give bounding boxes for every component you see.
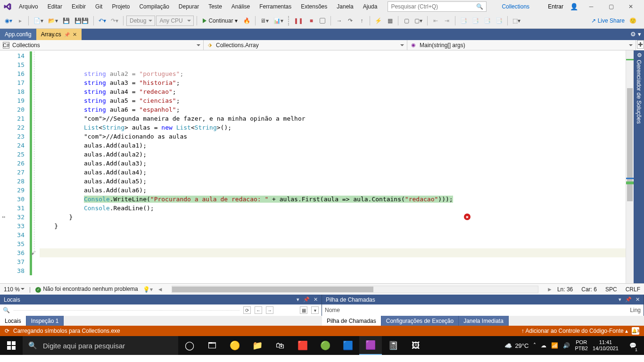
- hot-reload-button[interactable]: 🔥: [241, 16, 252, 26]
- search-input[interactable]: Pesquisar (Ctrl+Q) 🔍: [388, 1, 487, 12]
- nav-project-dropdown[interactable]: C# Collections: [0, 40, 204, 50]
- open-button[interactable]: 📂▾: [46, 16, 60, 26]
- feedback-button[interactable]: 🙂: [627, 16, 638, 26]
- solution-name[interactable]: Collections: [497, 1, 534, 12]
- menu-exibir[interactable]: Exibir: [67, 1, 91, 12]
- problems-text[interactable]: Não foi encontrado nenhum problema: [43, 286, 138, 292]
- menu-janela[interactable]: Janela: [332, 1, 358, 12]
- taskbar-icon[interactable]: 🗔: [201, 336, 223, 355]
- menu-teste[interactable]: Teste: [204, 1, 227, 12]
- misc-btn-4[interactable]: ▢▾: [413, 16, 424, 26]
- weather-widget[interactable]: ☁️ 29°C: [504, 342, 528, 349]
- source-control-link[interactable]: ↑ Adicionar ao Controle do Código-Fonte …: [521, 328, 628, 334]
- indent-mode[interactable]: SPC: [605, 286, 617, 293]
- misc-btn-2[interactable]: ▦: [385, 16, 395, 26]
- menu-análise[interactable]: Análise: [227, 1, 255, 12]
- user-icon[interactable]: 👤: [570, 3, 578, 10]
- panel-tab[interactable]: Locais: [0, 316, 26, 326]
- app-icon-1[interactable]: 📓: [382, 336, 405, 355]
- eol-mode[interactable]: CRLF: [626, 286, 640, 293]
- menu-arquivo[interactable]: Arquivo: [14, 1, 43, 12]
- close-button[interactable]: ✕: [624, 1, 637, 12]
- new-project-button[interactable]: 📄▾: [32, 16, 45, 26]
- panel-pin-icon[interactable]: 📌: [303, 296, 310, 303]
- clock[interactable]: 11:4114/10/2021: [593, 339, 619, 352]
- nav-fwd-button[interactable]: ▸: [15, 16, 25, 26]
- indent-button[interactable]: ⇥: [442, 16, 452, 26]
- notifications-badge[interactable]: 🔔3: [632, 327, 639, 335]
- vs-taskbar-icon[interactable]: 🟪: [359, 336, 382, 355]
- panel-tab[interactable]: Configurações de Exceção: [381, 316, 459, 326]
- bookmark-btn-3[interactable]: 📑: [482, 16, 493, 26]
- pin-icon[interactable]: 📌: [64, 32, 70, 37]
- panel-tab[interactable]: Janela Imediata: [459, 316, 509, 326]
- restart-button[interactable]: [317, 16, 328, 26]
- browser-link-button[interactable]: 🖥▾: [258, 16, 271, 26]
- onedrive-icon[interactable]: ☁: [541, 342, 546, 349]
- menu-ajuda[interactable]: Ajuda: [358, 1, 382, 12]
- store-icon[interactable]: 🛍: [269, 336, 291, 355]
- undo-button[interactable]: ↶▾: [97, 16, 108, 26]
- tab-options-icon[interactable]: ⚙ ▾: [630, 31, 641, 38]
- menu-ferramentas[interactable]: Ferramentas: [255, 1, 296, 12]
- panel-btn-1[interactable]: ⟳: [243, 306, 251, 314]
- pause-button[interactable]: ❚❚: [292, 16, 305, 26]
- menu-projeto[interactable]: Projeto: [107, 1, 134, 12]
- platform-dropdown[interactable]: Any CPU: [156, 16, 194, 26]
- redo-button[interactable]: ↷▾: [109, 16, 120, 26]
- lightbulb-icon[interactable]: 💡▾: [143, 286, 153, 293]
- wifi-icon[interactable]: 📶: [551, 342, 558, 349]
- word-icon[interactable]: 🟦: [337, 336, 359, 355]
- nav-member-dropdown[interactable]: ◉ Main(string[] args): [407, 40, 636, 50]
- signin-link[interactable]: Entrar: [548, 3, 563, 10]
- continue-button[interactable]: Continuar ▾: [200, 16, 240, 26]
- menu-editar[interactable]: Editar: [43, 1, 67, 12]
- tab-app-config[interactable]: App.config: [0, 29, 36, 40]
- panel-dropdown-icon[interactable]: ▾: [619, 296, 621, 303]
- nav-back-button[interactable]: ◉▾: [3, 16, 14, 26]
- stop-button[interactable]: ■: [306, 16, 316, 26]
- solution-explorer-tool[interactable]: ⚙ Gerenciador de Soluções: [634, 50, 644, 283]
- panel-tab[interactable]: Inspeção 1: [26, 316, 64, 326]
- nav-class-dropdown[interactable]: ⬗ Collections.Array: [204, 40, 407, 50]
- action-center-icon[interactable]: 💬1: [623, 336, 642, 355]
- panel-tab[interactable]: Pilha de Chamadas: [322, 316, 381, 326]
- bookmark-btn-1[interactable]: 📑: [458, 16, 469, 26]
- maximize-button[interactable]: ▢: [604, 1, 618, 12]
- panel-btn-3[interactable]: →: [266, 306, 273, 314]
- zoom-dropdown[interactable]: 110 %: [4, 286, 25, 293]
- save-button[interactable]: 💾: [61, 16, 72, 26]
- tab-array-cs[interactable]: Array.cs 📌 ✕: [36, 29, 82, 40]
- panel-close-icon[interactable]: ✕: [314, 296, 318, 303]
- misc-btn-1[interactable]: ⚡: [373, 16, 384, 26]
- bookmark-btn-4[interactable]: 📑: [494, 16, 504, 26]
- tray-chevron-icon[interactable]: ˄: [533, 342, 536, 349]
- office-icon[interactable]: 🟥: [291, 336, 314, 355]
- code-editor[interactable]: 1415161718192021222324252627282930313233…: [0, 50, 634, 283]
- misc-btn-3[interactable]: ▢: [401, 16, 412, 26]
- volume-icon[interactable]: 🔊: [563, 342, 570, 349]
- taskbar-search[interactable]: 🔍 Digite aqui para pesquisar: [23, 336, 178, 355]
- config-dropdown[interactable]: Debug: [126, 16, 155, 26]
- start-button[interactable]: [0, 336, 23, 355]
- app-insights-button[interactable]: 📊▾: [272, 16, 285, 26]
- menu-compilação[interactable]: Compilação: [134, 1, 173, 12]
- split-editor-button[interactable]: ✚: [637, 40, 644, 49]
- panel-btn-4[interactable]: ▦: [300, 306, 307, 314]
- language-indicator[interactable]: PORPTB2: [575, 339, 588, 352]
- tab-close-icon[interactable]: ✕: [73, 32, 77, 38]
- step-into-button[interactable]: →: [334, 16, 344, 26]
- panel-btn-2[interactable]: ←: [255, 306, 262, 314]
- panel-btn-5[interactable]: ▾: [311, 306, 319, 314]
- vertical-scrollbar[interactable]: [626, 50, 634, 283]
- gear-icon[interactable]: ⚙: [637, 52, 642, 58]
- outdent-button[interactable]: ⇤: [430, 16, 441, 26]
- panel-pin-icon[interactable]: 📌: [625, 296, 632, 303]
- task-view-icon[interactable]: ◯: [178, 336, 201, 355]
- menu-git[interactable]: Git: [91, 1, 107, 12]
- panel-dropdown-icon[interactable]: ▾: [297, 296, 299, 303]
- spotify-icon[interactable]: 🟢: [314, 336, 337, 355]
- step-over-button[interactable]: ↷: [345, 16, 355, 26]
- menu-depurar[interactable]: Depurar: [174, 1, 204, 12]
- horizontal-scrollbar[interactable]: [172, 286, 539, 293]
